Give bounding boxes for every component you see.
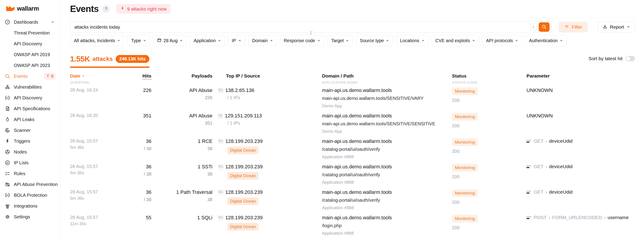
cell-hits: 36/ 38	[120, 138, 152, 161]
sidebar-item-label: Nodes	[14, 149, 27, 155]
filter-button[interactable]: Filter	[559, 22, 588, 32]
sidebar-item-api-discovery-dash[interactable]: API Discovery	[0, 38, 60, 49]
wallarm-logo[interactable]: wallarm	[0, 3, 60, 13]
domain[interactable]: main-api.us.demo.wallarm.tools	[322, 113, 452, 119]
status-code: 200	[452, 98, 526, 103]
payload-count: 38	[152, 197, 212, 202]
hits-count: 351	[120, 113, 152, 119]
event-row[interactable]: 28 Aug, 15:575m 36s 36/ 38 1 SSTi38 SG12…	[70, 161, 635, 186]
ip-address[interactable]: 129.151.209.113	[225, 113, 262, 119]
chip-authentication[interactable]: Authentication	[525, 35, 567, 46]
cell-hits: 351	[120, 113, 152, 135]
event-row[interactable]: 28 Aug, 15:5711m 35s 55 1 SQLi SG128.199…	[70, 212, 635, 237]
chip-attack-type[interactable]: All attacks, Incidents	[70, 35, 124, 46]
event-row[interactable]: 28 Aug, 16:20 351 API Abuse351 SE129.151…	[70, 110, 635, 135]
events-page: wallarm Dashboards Threat Prevention API…	[0, 0, 644, 238]
sidebar-item-owasp-api-2023[interactable]: OWASP API 2023	[0, 60, 60, 71]
chip-ip[interactable]: IP	[228, 35, 245, 46]
chip-locations[interactable]: Locations	[396, 35, 428, 46]
hits-total: / 38	[120, 146, 152, 151]
help-icon[interactable]: ?	[102, 5, 110, 13]
hits-total: / 38	[120, 171, 152, 177]
cell-date: 28 Aug, 16:20	[70, 113, 120, 135]
sidebar-item-api-specifications[interactable]: API Specifications	[0, 103, 60, 114]
chip-type[interactable]: Type	[127, 35, 150, 46]
sidebar-item-bola-protection[interactable]: ID BOLA Protection	[0, 190, 60, 201]
domain[interactable]: main-api.us.demo.wallarm.tools	[322, 189, 452, 195]
chip-response-code[interactable]: Response code	[280, 35, 324, 46]
report-button[interactable]: Report	[598, 22, 635, 32]
path[interactable]: /login.php	[322, 223, 452, 228]
sidebar-item-ip-lists[interactable]: IP IP Lists	[0, 157, 60, 168]
hits-total: / 38	[120, 197, 152, 202]
cell-date: 28 Aug, 15:575m 36s	[70, 138, 120, 161]
path[interactable]: /catalog-portal/ui/oauth/verify	[322, 198, 452, 203]
sort-toggle[interactable]	[626, 56, 635, 61]
sidebar-item-events[interactable]: Events 9	[0, 71, 60, 82]
country-code[interactable]: SG	[218, 88, 223, 93]
path[interactable]: main-api.us.demo.wallarm.tools/SENSITIVE…	[322, 96, 452, 101]
chevron-down-icon[interactable]	[50, 20, 55, 24]
cell-hits: 55	[120, 215, 152, 237]
sidebar-item-triggers[interactable]: Triggers	[0, 136, 60, 146]
sidebar-item-settings[interactable]: Settings	[0, 211, 60, 222]
domain[interactable]: main-api.us.demo.wallarm.tools	[322, 88, 452, 93]
chip-domain[interactable]: Domain	[248, 35, 277, 46]
chip-application[interactable]: Application	[190, 35, 225, 46]
sidebar-item-label: Vulnerabilities	[14, 85, 42, 90]
domain[interactable]: main-api.us.demo.wallarm.tools	[322, 215, 452, 221]
sidebar-item-scanner[interactable]: Scanner	[0, 125, 60, 136]
chip-source-type[interactable]: Source type	[356, 35, 393, 46]
radar-icon	[4, 127, 10, 133]
path[interactable]: /catalog-portal/ui/oauth/verify	[322, 172, 452, 177]
sidebar-item-nodes[interactable]: Nodes	[0, 146, 60, 157]
path[interactable]: /catalog-portal/ui/oauth/verify	[322, 147, 452, 152]
col-header-date[interactable]: Date DURATION	[70, 73, 120, 84]
sidebar-item-threat-prevention[interactable]: Threat Prevention	[0, 27, 60, 38]
search-button[interactable]	[539, 22, 550, 32]
filter-button-label: Filter	[572, 24, 582, 30]
country-code[interactable]: SG	[218, 190, 223, 195]
sidebar-item-owasp-api-2019[interactable]: OWASP API 2019	[0, 49, 60, 60]
filter-icon	[564, 24, 569, 30]
attacks-right-now-badge[interactable]: 9 attacks right now	[116, 4, 170, 14]
param-content-type: FORM_URLENCODED	[552, 215, 602, 220]
col-header-hits[interactable]: Hits	[120, 73, 152, 84]
ip-address[interactable]: 128.199.203.239	[225, 215, 262, 221]
sidebar-item-api-abuse-prevention[interactable]: API Abuse Prevention	[0, 179, 60, 190]
country-code[interactable]: SG	[218, 164, 223, 169]
event-date: 28 Aug, 15:57	[70, 189, 120, 195]
ip-address[interactable]: 128.199.203.239	[225, 138, 262, 144]
sidebar-item-label: API Specifications	[14, 106, 50, 111]
param-method: GET	[534, 164, 544, 169]
country-code[interactable]: SG	[218, 139, 223, 144]
attacks-tab[interactable]: 1.55K attacks 248.13K hits	[70, 55, 149, 68]
sidebar-item-integrations[interactable]: Integrations	[0, 201, 60, 211]
collapse-panel-handle[interactable]	[307, 30, 314, 36]
country-code[interactable]: SG	[218, 216, 223, 220]
ip-address[interactable]: 128.199.203.239	[225, 164, 262, 170]
sidebar-item-label: IP Lists	[14, 160, 28, 165]
chevron-down-icon	[143, 38, 146, 43]
event-row[interactable]: 28 Aug, 15:575m 36s 36/ 38 1 RCE38 SG128…	[70, 135, 635, 161]
chip-cve-exploits[interactable]: CVE and exploits	[432, 35, 479, 46]
ip-address[interactable]: 128.199.203.239	[225, 189, 262, 195]
domain[interactable]: main-api.us.demo.wallarm.tools	[322, 138, 452, 144]
ip-address[interactable]: 138.2.65.136	[225, 88, 254, 93]
sidebar-item-rules[interactable]: Rules	[0, 168, 60, 179]
chip-api-protocols[interactable]: API protocols	[482, 35, 522, 46]
event-row[interactable]: 28 Aug, 15:575m 36s 36/ 38 1 Path Traver…	[70, 186, 635, 212]
sidebar-item-dashboards[interactable]: Dashboards	[0, 17, 60, 27]
sidebar-item-vulnerabilities[interactable]: Vulnerabilities	[0, 82, 60, 92]
country-code[interactable]: SE	[218, 114, 223, 118]
event-row[interactable]: 28 Aug, 16:24 226 API Abuse226 SG138.2.6…	[70, 84, 635, 110]
path[interactable]: main-api.us.demo.wallarm.tools/SENSITIVE…	[322, 121, 452, 126]
chip-target[interactable]: Target	[328, 35, 353, 46]
chip-date[interactable]: 28 Aug	[153, 35, 187, 46]
sidebar-item-api-leaks[interactable]: API Leaks	[0, 114, 60, 125]
chip-label: Target	[331, 38, 344, 43]
sidebar-item-api-discovery[interactable]: API Discovery	[0, 92, 60, 103]
sidebar-item-label: Scanner	[14, 128, 31, 133]
domain[interactable]: main-api.us.demo.wallarm.tools	[322, 164, 452, 170]
search-input[interactable]: attacks incidents today /	[70, 21, 552, 33]
